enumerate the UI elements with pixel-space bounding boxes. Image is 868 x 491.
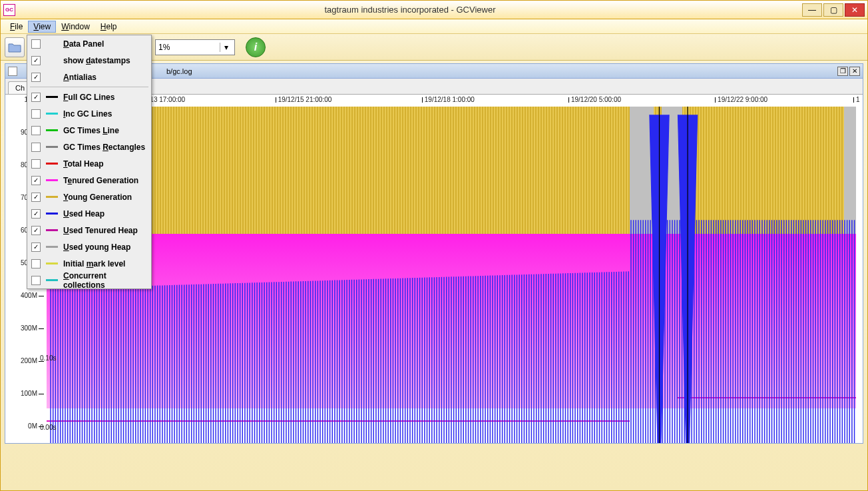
color-swatch bbox=[46, 129, 58, 131]
x-tick-label: 19/12/22 9:00:00 bbox=[718, 96, 767, 103]
x-tick-label: 1 bbox=[856, 96, 860, 103]
y-tick-label: 100M bbox=[21, 390, 37, 397]
menu-full-gc-lines[interactable]: ✓ Full GC Lines bbox=[27, 89, 151, 105]
x-axis: :0019/12/13 17:00:0019/12/15 21:00:0019/… bbox=[42, 95, 856, 107]
plot-region bbox=[47, 107, 856, 442]
checkbox-icon bbox=[31, 143, 41, 152]
color-swatch bbox=[46, 113, 58, 115]
color-swatch bbox=[46, 179, 58, 181]
dropdown-arrow-icon: ▾ bbox=[220, 43, 232, 52]
menu-view[interactable]: View bbox=[28, 21, 56, 33]
close-button[interactable]: ✕ bbox=[845, 3, 865, 17]
maximize-button[interactable]: ▢ bbox=[823, 3, 843, 17]
color-swatch bbox=[46, 196, 58, 198]
checkbox-icon bbox=[31, 109, 41, 119]
zoom-combo[interactable]: 1% ▾ bbox=[155, 39, 235, 55]
checkbox-icon: ✓ bbox=[31, 93, 41, 102]
window-title: tagtraum industries incorporated - GCVie… bbox=[19, 5, 801, 15]
checkbox-icon: ✓ bbox=[31, 193, 41, 202]
color-swatch bbox=[46, 279, 58, 281]
checkbox-icon: ✓ bbox=[31, 226, 41, 235]
folder-icon bbox=[8, 42, 21, 53]
x-tick-label: 19/12/15 21:00:00 bbox=[278, 96, 332, 103]
menu-total-heap[interactable]: Total Heap bbox=[27, 155, 151, 172]
checkbox-icon bbox=[31, 126, 41, 135]
used-heap-spikes bbox=[47, 107, 856, 443]
checkbox-icon: ✓ bbox=[31, 176, 41, 185]
doc-close-button[interactable]: ✕ bbox=[849, 67, 860, 76]
y-tick-label: 200M bbox=[21, 357, 37, 364]
zoom-value: 1% bbox=[158, 43, 170, 52]
color-swatch bbox=[46, 262, 58, 264]
menu-gc-times-rect[interactable]: GC Times Rectangles bbox=[27, 139, 151, 155]
y2-tick-label: 0.00s bbox=[40, 424, 56, 431]
color-swatch bbox=[46, 229, 58, 231]
menu-used-tenured[interactable]: ✓ Used Tenured Heap bbox=[27, 222, 151, 239]
color-swatch bbox=[46, 246, 58, 248]
checkbox-icon: ✓ bbox=[31, 56, 41, 65]
y-tick-label: 400M bbox=[21, 292, 37, 299]
menu-separator bbox=[30, 87, 148, 87]
menu-initial-mark[interactable]: Initial mark level bbox=[27, 255, 151, 272]
checkbox-icon: ✓ bbox=[31, 209, 41, 219]
menu-used-young[interactable]: ✓ Used young Heap bbox=[27, 239, 151, 255]
menu-data-panel[interactable]: Data Panel bbox=[27, 35, 151, 52]
x-tick-label: 19/12/18 1:00:00 bbox=[425, 96, 475, 103]
app-icon: GC bbox=[3, 4, 15, 16]
info-button[interactable]: i bbox=[246, 37, 266, 57]
view-dropdown: Data Panel ✓ show datestamps ✓ Antialias… bbox=[27, 35, 152, 289]
menu-file[interactable]: File bbox=[5, 21, 28, 33]
open-button[interactable] bbox=[5, 37, 25, 57]
menu-gc-times-line[interactable]: GC Times Line bbox=[27, 122, 151, 139]
checkbox-icon bbox=[31, 39, 41, 49]
window-titlebar: GC tagtraum industries incorporated - GC… bbox=[1, 1, 867, 19]
checkbox-icon bbox=[31, 276, 41, 285]
menu-concurrent[interactable]: Concurrent collections bbox=[27, 272, 151, 288]
menubar: File View Window Help bbox=[1, 19, 867, 34]
menu-inc-gc-lines[interactable]: Inc GC Lines bbox=[27, 105, 151, 122]
color-swatch bbox=[46, 96, 58, 98]
color-swatch bbox=[46, 163, 58, 165]
menu-window[interactable]: Window bbox=[56, 21, 95, 33]
checkbox-icon: ✓ bbox=[31, 243, 41, 252]
checkbox-icon: ✓ bbox=[31, 73, 41, 82]
y2-tick-label: 0.10s bbox=[40, 354, 56, 362]
menu-antialias[interactable]: ✓ Antialias bbox=[27, 69, 151, 85]
checkbox-icon bbox=[31, 159, 41, 169]
menu-show-datestamps[interactable]: ✓ show datestamps bbox=[27, 52, 151, 69]
doc-restore-button[interactable]: ❐ bbox=[837, 67, 848, 76]
y-tick-label: 300M bbox=[21, 324, 37, 332]
color-swatch bbox=[46, 213, 58, 215]
checkbox-icon bbox=[31, 259, 41, 268]
document-icon bbox=[8, 67, 17, 76]
color-swatch bbox=[46, 146, 58, 148]
menu-young-gen[interactable]: ✓ Young Generation bbox=[27, 189, 151, 205]
menu-used-heap[interactable]: ✓ Used Heap bbox=[27, 205, 151, 222]
y-tick-label: 0M bbox=[28, 422, 37, 430]
menu-tenured-gen[interactable]: ✓ Tenured Generation bbox=[27, 172, 151, 189]
menu-help[interactable]: Help bbox=[95, 21, 122, 33]
x-tick-label: 19/12/20 5:00:00 bbox=[571, 96, 621, 103]
minimize-button[interactable]: — bbox=[802, 3, 822, 17]
